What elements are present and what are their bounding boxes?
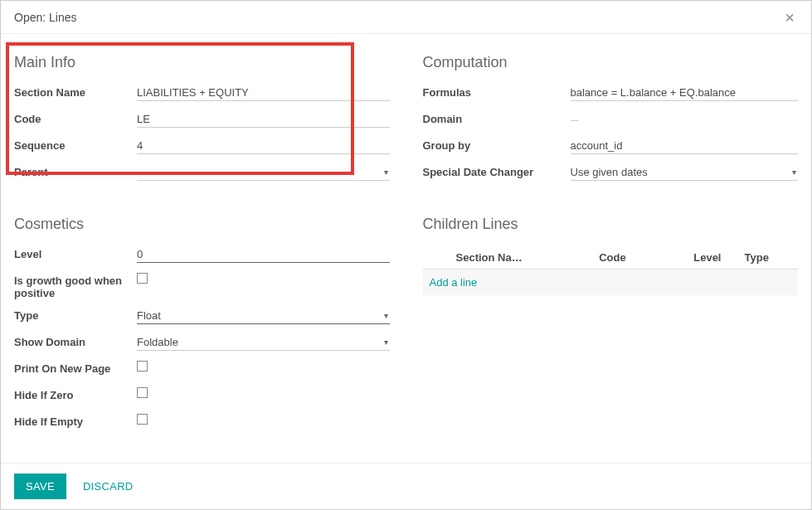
input-section-name[interactable] <box>137 85 390 101</box>
right-column: Computation Formulas Domain Group by Spe… <box>423 54 799 449</box>
row-print-new-page: Print On New Page <box>14 361 390 379</box>
select-show-domain[interactable] <box>137 334 390 351</box>
row-growth: Is growth good when positive <box>14 273 390 299</box>
checkbox-hide-if-zero[interactable] <box>137 387 148 398</box>
modal-body: Main Info Section Name Code Sequence Par… <box>1 34 811 463</box>
main-info-title: Main Info <box>14 54 390 71</box>
col-type[interactable]: Type <box>737 246 798 270</box>
label-group-by: Group by <box>423 138 571 152</box>
row-group-by: Group by <box>423 138 799 156</box>
save-button[interactable]: SAVE <box>14 474 66 499</box>
input-formulas[interactable] <box>571 85 799 101</box>
discard-button[interactable]: DISCARD <box>76 474 140 499</box>
modal-title: Open: Lines <box>14 11 77 24</box>
row-formulas: Formulas <box>423 85 799 103</box>
children-header-row: Section Na… Code Level Type <box>423 246 799 270</box>
row-show-domain: Show Domain ▾ <box>14 334 390 352</box>
label-sequence: Sequence <box>14 138 137 152</box>
row-code: Code <box>14 111 390 129</box>
label-level: Level <box>14 246 137 260</box>
row-parent: Parent ▾ <box>14 164 390 182</box>
left-column: Main Info Section Name Code Sequence Par… <box>14 54 390 449</box>
checkbox-growth[interactable] <box>137 273 148 284</box>
col-section-name[interactable]: Section Na… <box>423 246 593 270</box>
modal-dialog: Open: Lines × Main Info Section Name Cod… <box>0 0 812 510</box>
children-title: Children Lines <box>423 216 799 233</box>
value-domain <box>571 111 799 124</box>
close-button[interactable]: × <box>781 9 798 26</box>
label-type: Type <box>14 308 137 322</box>
label-formulas: Formulas <box>423 85 571 99</box>
checkbox-hide-if-empty[interactable] <box>137 414 148 425</box>
computation-title: Computation <box>423 54 799 71</box>
select-type[interactable] <box>137 308 390 324</box>
label-section-name: Section Name <box>14 85 137 99</box>
label-special-date: Special Date Changer <box>423 164 571 178</box>
cosmetics-title: Cosmetics <box>14 216 390 233</box>
row-type: Type ▾ <box>14 308 390 326</box>
checkbox-print-new-page[interactable] <box>137 361 148 372</box>
input-level[interactable] <box>137 246 390 263</box>
row-hide-if-empty: Hide If Empty <box>14 414 390 432</box>
input-code[interactable] <box>137 111 390 128</box>
row-hide-if-zero: Hide If Zero <box>14 387 390 406</box>
label-hide-if-empty: Hide If Empty <box>14 414 137 428</box>
label-hide-if-zero: Hide If Zero <box>14 387 137 401</box>
label-growth: Is growth good when positive <box>14 273 137 299</box>
row-special-date: Special Date Changer ▾ <box>423 164 799 182</box>
children-table: Section Na… Code Level Type Add a line <box>423 246 799 295</box>
input-sequence[interactable] <box>137 138 390 154</box>
row-level: Level <box>14 246 390 265</box>
row-sequence: Sequence <box>14 138 390 156</box>
row-section-name: Section Name <box>14 85 390 103</box>
input-parent[interactable] <box>137 164 390 181</box>
select-special-date[interactable] <box>571 164 799 181</box>
label-parent: Parent <box>14 164 137 178</box>
col-level[interactable]: Level <box>657 246 738 270</box>
add-line-link[interactable]: Add a line <box>423 270 799 296</box>
label-print-new-page: Print On New Page <box>14 361 137 375</box>
input-group-by[interactable] <box>571 138 799 154</box>
row-domain: Domain <box>423 111 799 129</box>
modal-header: Open: Lines × <box>1 1 811 34</box>
label-show-domain: Show Domain <box>14 334 137 348</box>
col-code[interactable]: Code <box>592 246 656 270</box>
modal-footer: SAVE DISCARD <box>1 463 811 509</box>
label-code: Code <box>14 111 137 125</box>
children-add-row: Add a line <box>423 270 799 296</box>
label-domain: Domain <box>423 111 571 125</box>
